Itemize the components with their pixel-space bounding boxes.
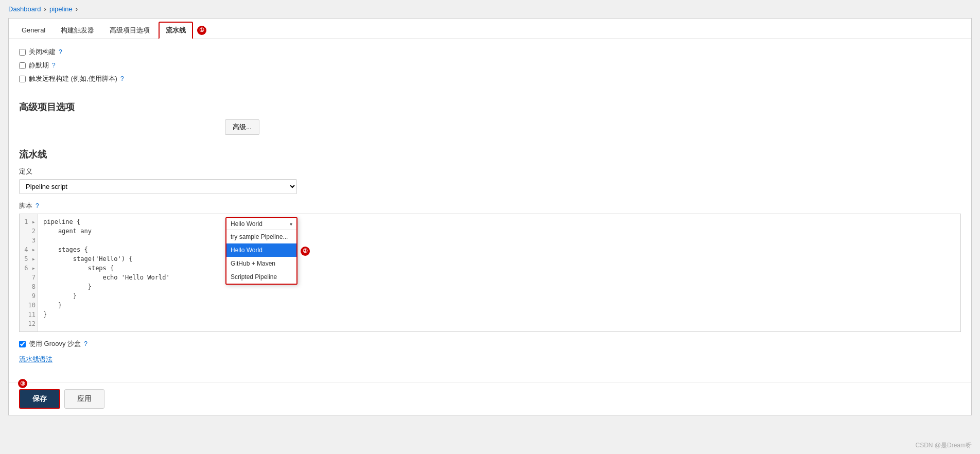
tab-badge-1: ① xyxy=(197,26,206,35)
pipeline-section: 流水线 定义 Pipeline script Pipeline script f… xyxy=(19,148,961,364)
dropdown-arrow-icon: ▾ xyxy=(290,221,292,227)
dropdown-items-list: try sample Pipeline... Hello World GitHu… xyxy=(226,230,296,284)
help-disable-build-icon[interactable]: ? xyxy=(59,48,62,56)
checkbox-quiet-period[interactable] xyxy=(19,62,26,69)
breadcrumb-sep2: › xyxy=(76,5,78,13)
content-body: 关闭构建 ? 静默期 ? 触发远程构建 (例如,使用脚本) ? 高级项目选项 高… xyxy=(9,39,971,372)
dropdown-item-github-maven[interactable]: GitHub + Maven xyxy=(226,257,296,270)
sample-dropdown: Hello World ▾ try sample Pipeline... Hel… xyxy=(225,217,297,285)
script-label-row: 脚本 ? xyxy=(19,201,961,211)
dropdown-selected-label: Hello World xyxy=(231,220,262,228)
groovy-sandbox-label: 使用 Groovy 沙盒 xyxy=(29,339,81,348)
dropdown-item-try-sample[interactable]: try sample Pipeline... xyxy=(226,230,296,243)
groovy-sandbox-row: 使用 Groovy 沙盒 ? xyxy=(19,339,961,348)
code-area[interactable]: pipeline { agent any stages { stage('Hel… xyxy=(38,214,960,331)
tab-general[interactable]: General xyxy=(15,23,52,38)
help-remote-trigger-icon[interactable]: ? xyxy=(120,75,124,82)
badge-3: ③ xyxy=(18,379,27,388)
pipeline-section-title: 流水线 xyxy=(19,148,961,161)
help-groovy-sandbox-icon[interactable]: ? xyxy=(84,340,87,347)
checkbox-quiet-period-label: 静默期 xyxy=(29,61,49,70)
checkbox-remote-trigger-label: 触发远程构建 (例如,使用脚本) xyxy=(29,74,117,83)
tab-advanced-options[interactable]: 高级项目选项 xyxy=(103,22,156,39)
dropdown-item-scripted-pipeline[interactable]: Scripted Pipeline xyxy=(226,270,296,284)
save-button[interactable]: 保存 xyxy=(19,389,60,409)
checkbox-remote-trigger[interactable] xyxy=(19,76,26,82)
line-numbers: 1 ▸ 2 3 4 ▸ 5 ▸ 6 ▸ 7 8 9 10 11 12 xyxy=(20,214,38,331)
checkbox-disable-build[interactable] xyxy=(19,49,26,56)
advanced-button[interactable]: 高级... xyxy=(225,119,259,135)
script-section: 脚本 ? 1 ▸ 2 3 4 ▸ 5 ▸ 6 ▸ 7 8 xyxy=(19,201,961,332)
breadcrumb-sep1: › xyxy=(44,5,46,13)
groovy-sandbox-checkbox[interactable] xyxy=(19,341,26,347)
tab-build-triggers[interactable]: 构建触发器 xyxy=(54,22,101,39)
script-editor-wrapper: 1 ▸ 2 3 4 ▸ 5 ▸ 6 ▸ 7 8 9 10 11 12 xyxy=(19,214,961,332)
badge-2: ② xyxy=(301,247,310,256)
definition-select[interactable]: Pipeline script Pipeline script from SCM xyxy=(19,179,297,194)
definition-label: 定义 xyxy=(19,167,961,176)
advanced-section: 高级项目选项 高级... xyxy=(19,88,961,140)
dropdown-trigger[interactable]: Hello World ▾ xyxy=(226,218,296,230)
checkbox-disable-build-row: 关闭构建 ? xyxy=(19,47,961,57)
breadcrumb-dashboard[interactable]: Dashboard xyxy=(8,5,41,13)
dropdown-item-hello-world[interactable]: Hello World xyxy=(226,243,296,257)
help-script-icon[interactable]: ? xyxy=(36,202,39,209)
breadcrumb: Dashboard › pipeline › xyxy=(0,0,980,18)
checkbox-disable-build-label: 关闭构建 xyxy=(29,47,56,57)
checkbox-remote-trigger-row: 触发远程构建 (例如,使用脚本) ? xyxy=(19,74,961,83)
apply-button[interactable]: 应用 xyxy=(64,389,104,409)
pipeline-syntax-link[interactable]: 流水线语法 xyxy=(19,355,961,364)
script-editor: 1 ▸ 2 3 4 ▸ 5 ▸ 6 ▸ 7 8 9 10 11 12 xyxy=(20,214,960,331)
help-quiet-period-icon[interactable]: ? xyxy=(52,62,56,69)
tab-pipeline[interactable]: 流水线 xyxy=(159,22,193,39)
script-label-text: 脚本 xyxy=(19,201,32,211)
main-content: General 构建触发器 高级项目选项 流水线 ① 关闭构建 ? 静默期 ? … xyxy=(8,18,972,415)
advanced-section-title: 高级项目选项 xyxy=(19,101,961,113)
tabs-bar: General 构建触发器 高级项目选项 流水线 ① xyxy=(9,19,971,39)
action-buttons: ③ 保存 应用 xyxy=(9,382,971,415)
breadcrumb-pipeline[interactable]: pipeline xyxy=(49,5,73,13)
checkbox-quiet-period-row: 静默期 ? xyxy=(19,61,961,70)
